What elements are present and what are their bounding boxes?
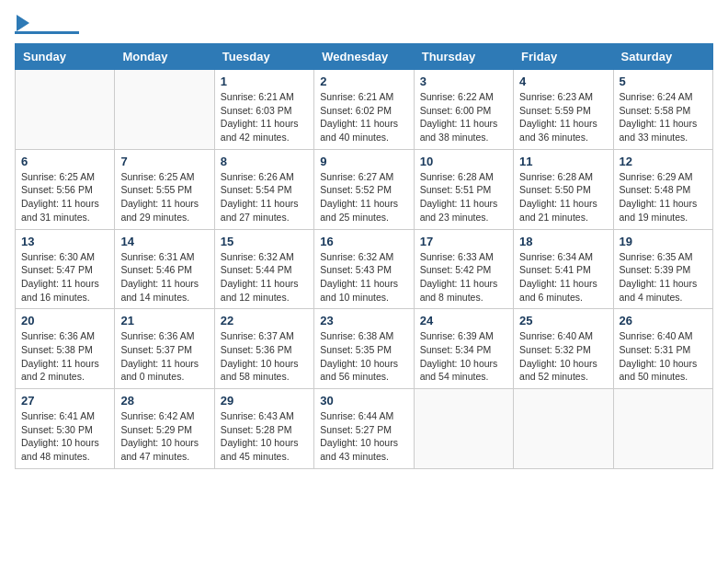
day-number: 23	[320, 314, 407, 327]
day-info: Sunrise: 6:28 AM Sunset: 5:51 PM Dayligh…	[420, 170, 507, 224]
day-info: Sunrise: 6:37 AM Sunset: 5:36 PM Dayligh…	[221, 329, 308, 384]
day-info: Sunrise: 6:36 AM Sunset: 5:37 PM Dayligh…	[120, 329, 208, 384]
week-row-1: 1Sunrise: 6:21 AM Sunset: 6:03 PM Daylig…	[16, 70, 713, 150]
day-number: 17	[420, 235, 507, 248]
day-number: 10	[420, 155, 507, 168]
day-number: 8	[221, 155, 308, 168]
calendar-cell: 29Sunrise: 6:43 AM Sunset: 5:28 PM Dayli…	[214, 389, 313, 469]
day-info: Sunrise: 6:21 AM Sunset: 6:03 PM Dayligh…	[221, 90, 308, 144]
weekday-header-monday: Monday	[115, 44, 214, 70]
calendar-cell: 9Sunrise: 6:27 AM Sunset: 5:52 PM Daylig…	[314, 149, 414, 229]
calendar-cell: 24Sunrise: 6:39 AM Sunset: 5:34 PM Dayli…	[414, 309, 513, 389]
day-number: 25	[519, 314, 607, 327]
weekday-header-thursday: Thursday	[414, 44, 513, 70]
calendar-cell: 4Sunrise: 6:23 AM Sunset: 5:59 PM Daylig…	[514, 70, 613, 150]
calendar-cell: 22Sunrise: 6:37 AM Sunset: 5:36 PM Dayli…	[214, 309, 313, 389]
day-info: Sunrise: 6:40 AM Sunset: 5:32 PM Dayligh…	[519, 329, 607, 384]
day-info: Sunrise: 6:24 AM Sunset: 5:58 PM Dayligh…	[620, 90, 707, 144]
day-info: Sunrise: 6:22 AM Sunset: 6:00 PM Dayligh…	[420, 90, 507, 144]
day-number: 5	[620, 75, 707, 88]
day-info: Sunrise: 6:31 AM Sunset: 5:46 PM Dayligh…	[120, 250, 208, 304]
calendar: SundayMondayTuesdayWednesdayThursdayFrid…	[15, 43, 713, 469]
day-number: 9	[320, 155, 407, 168]
day-number: 7	[120, 155, 208, 168]
logo-underline	[15, 31, 79, 34]
day-info: Sunrise: 6:43 AM Sunset: 5:28 PM Dayligh…	[221, 409, 308, 464]
week-row-5: 27Sunrise: 6:41 AM Sunset: 5:30 PM Dayli…	[16, 389, 713, 469]
day-info: Sunrise: 6:32 AM Sunset: 5:44 PM Dayligh…	[221, 250, 308, 304]
day-info: Sunrise: 6:33 AM Sunset: 5:42 PM Dayligh…	[420, 250, 507, 304]
weekday-header-sunday: Sunday	[16, 44, 115, 70]
calendar-cell: 21Sunrise: 6:36 AM Sunset: 5:37 PM Dayli…	[115, 309, 214, 389]
day-number: 1	[221, 75, 308, 88]
calendar-cell: 30Sunrise: 6:44 AM Sunset: 5:27 PM Dayli…	[314, 389, 414, 469]
day-number: 13	[21, 235, 108, 248]
day-info: Sunrise: 6:40 AM Sunset: 5:31 PM Dayligh…	[620, 329, 707, 384]
calendar-cell: 7Sunrise: 6:25 AM Sunset: 5:55 PM Daylig…	[115, 149, 214, 229]
day-number: 28	[120, 394, 208, 408]
day-info: Sunrise: 6:36 AM Sunset: 5:38 PM Dayligh…	[21, 329, 108, 384]
calendar-cell: 20Sunrise: 6:36 AM Sunset: 5:38 PM Dayli…	[16, 309, 115, 389]
day-number: 30	[320, 394, 407, 408]
logo	[15, 15, 79, 34]
day-number: 15	[221, 235, 308, 248]
day-info: Sunrise: 6:21 AM Sunset: 6:02 PM Dayligh…	[320, 90, 407, 144]
day-number: 16	[320, 235, 407, 248]
day-info: Sunrise: 6:34 AM Sunset: 5:41 PM Dayligh…	[519, 250, 607, 304]
day-number: 20	[21, 314, 108, 327]
day-info: Sunrise: 6:38 AM Sunset: 5:35 PM Dayligh…	[320, 329, 407, 384]
calendar-cell: 19Sunrise: 6:35 AM Sunset: 5:39 PM Dayli…	[613, 229, 712, 309]
calendar-cell: 27Sunrise: 6:41 AM Sunset: 5:30 PM Dayli…	[16, 389, 115, 469]
calendar-cell: 10Sunrise: 6:28 AM Sunset: 5:51 PM Dayli…	[414, 149, 513, 229]
day-info: Sunrise: 6:44 AM Sunset: 5:27 PM Dayligh…	[320, 409, 407, 464]
calendar-cell: 23Sunrise: 6:38 AM Sunset: 5:35 PM Dayli…	[314, 309, 414, 389]
calendar-cell: 14Sunrise: 6:31 AM Sunset: 5:46 PM Dayli…	[115, 229, 214, 309]
calendar-cell: 6Sunrise: 6:25 AM Sunset: 5:56 PM Daylig…	[16, 149, 115, 229]
day-info: Sunrise: 6:28 AM Sunset: 5:50 PM Dayligh…	[519, 170, 607, 224]
day-number: 18	[519, 235, 607, 248]
day-number: 2	[320, 75, 407, 88]
day-number: 27	[21, 394, 108, 408]
calendar-cell: 26Sunrise: 6:40 AM Sunset: 5:31 PM Dayli…	[613, 309, 712, 389]
calendar-cell: 3Sunrise: 6:22 AM Sunset: 6:00 PM Daylig…	[414, 70, 513, 150]
day-number: 6	[21, 155, 108, 168]
day-info: Sunrise: 6:39 AM Sunset: 5:34 PM Dayligh…	[420, 329, 507, 384]
day-number: 24	[420, 314, 507, 327]
day-info: Sunrise: 6:26 AM Sunset: 5:54 PM Dayligh…	[221, 170, 308, 224]
calendar-cell: 25Sunrise: 6:40 AM Sunset: 5:32 PM Dayli…	[514, 309, 613, 389]
calendar-cell	[16, 70, 115, 150]
day-info: Sunrise: 6:25 AM Sunset: 5:56 PM Dayligh…	[21, 170, 108, 224]
day-info: Sunrise: 6:23 AM Sunset: 5:59 PM Dayligh…	[519, 90, 607, 144]
calendar-cell: 1Sunrise: 6:21 AM Sunset: 6:03 PM Daylig…	[214, 70, 313, 150]
day-info: Sunrise: 6:42 AM Sunset: 5:29 PM Dayligh…	[120, 409, 208, 464]
day-number: 3	[420, 75, 507, 88]
day-number: 14	[120, 235, 208, 248]
calendar-cell: 12Sunrise: 6:29 AM Sunset: 5:48 PM Dayli…	[613, 149, 712, 229]
logo-arrow-icon	[17, 15, 29, 31]
calendar-cell	[514, 389, 613, 469]
calendar-cell: 11Sunrise: 6:28 AM Sunset: 5:50 PM Dayli…	[514, 149, 613, 229]
week-row-3: 13Sunrise: 6:30 AM Sunset: 5:47 PM Dayli…	[16, 229, 713, 309]
weekday-header-tuesday: Tuesday	[214, 44, 313, 70]
week-row-4: 20Sunrise: 6:36 AM Sunset: 5:38 PM Dayli…	[16, 309, 713, 389]
day-number: 22	[221, 314, 308, 327]
calendar-cell: 2Sunrise: 6:21 AM Sunset: 6:02 PM Daylig…	[314, 70, 414, 150]
calendar-cell	[414, 389, 513, 469]
day-number: 11	[519, 155, 607, 168]
day-info: Sunrise: 6:27 AM Sunset: 5:52 PM Dayligh…	[320, 170, 407, 224]
calendar-cell: 18Sunrise: 6:34 AM Sunset: 5:41 PM Dayli…	[514, 229, 613, 309]
calendar-cell: 5Sunrise: 6:24 AM Sunset: 5:58 PM Daylig…	[613, 70, 712, 150]
day-info: Sunrise: 6:32 AM Sunset: 5:43 PM Dayligh…	[320, 250, 407, 304]
weekday-header-saturday: Saturday	[613, 44, 712, 70]
day-number: 29	[221, 394, 308, 408]
weekday-header-row: SundayMondayTuesdayWednesdayThursdayFrid…	[16, 44, 713, 70]
weekday-header-friday: Friday	[514, 44, 613, 70]
day-info: Sunrise: 6:41 AM Sunset: 5:30 PM Dayligh…	[21, 409, 108, 464]
day-info: Sunrise: 6:30 AM Sunset: 5:47 PM Dayligh…	[21, 250, 108, 304]
calendar-cell: 15Sunrise: 6:32 AM Sunset: 5:44 PM Dayli…	[214, 229, 313, 309]
day-number: 19	[620, 235, 707, 248]
calendar-cell: 16Sunrise: 6:32 AM Sunset: 5:43 PM Dayli…	[314, 229, 414, 309]
day-info: Sunrise: 6:35 AM Sunset: 5:39 PM Dayligh…	[620, 250, 707, 304]
day-info: Sunrise: 6:25 AM Sunset: 5:55 PM Dayligh…	[120, 170, 208, 224]
day-number: 26	[620, 314, 707, 327]
